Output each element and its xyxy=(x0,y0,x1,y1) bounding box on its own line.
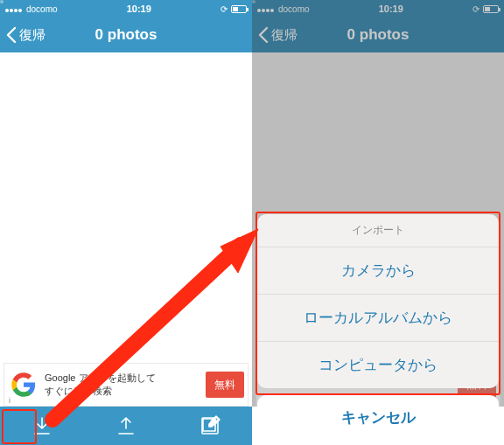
upload-icon xyxy=(116,415,136,436)
chevron-left-icon xyxy=(5,26,18,44)
carrier-label: docomo xyxy=(26,4,58,14)
page-title: 0 photos xyxy=(347,26,410,44)
action-sheet: インポート カメラから ローカルアルバムから コンピュータから キャンセル xyxy=(257,214,499,440)
ad-text: Google アプリを起動して すぐに音声検索 xyxy=(45,372,206,398)
back-label: 復帰 xyxy=(271,27,298,44)
carrier-label: docomo xyxy=(278,4,310,14)
screenshot-left: docomo 10:19 ⟳ 復帰 0 photos Google アプリを起動… xyxy=(0,0,252,445)
status-bar: docomo 10:19 ⟳ xyxy=(252,0,504,17)
photo-grid-empty xyxy=(0,52,252,407)
battery-icon xyxy=(483,5,499,13)
back-button[interactable]: 復帰 xyxy=(257,17,298,52)
ad-cta-button[interactable]: 無料 xyxy=(206,372,244,398)
back-button[interactable]: 復帰 xyxy=(5,17,46,52)
screenshot-right: docomo 10:19 ⟳ 復帰 0 photos 無料 インポート カメラか… xyxy=(252,0,504,445)
sheet-cancel-button[interactable]: キャンセル xyxy=(257,395,499,440)
nav-bar: 復帰 0 photos xyxy=(252,17,504,52)
back-label: 復帰 xyxy=(19,27,46,44)
status-bar: docomo 10:19 ⟳ xyxy=(0,0,252,17)
download-icon xyxy=(32,415,52,436)
bottom-toolbar xyxy=(0,407,252,445)
compose-button[interactable] xyxy=(191,407,229,445)
compose-icon xyxy=(200,415,220,436)
import-button[interactable] xyxy=(23,407,61,445)
battery-icon xyxy=(231,5,247,13)
nav-bar: 復帰 0 photos xyxy=(0,17,252,52)
ad-banner[interactable]: Google アプリを起動して すぐに音声検索 無料 i xyxy=(4,363,248,407)
status-time: 10:19 xyxy=(379,3,403,14)
sheet-option-camera[interactable]: カメラから xyxy=(257,247,499,294)
page-title: 0 photos xyxy=(95,26,158,44)
chevron-left-icon xyxy=(257,26,270,44)
action-sheet-title: インポート xyxy=(257,214,499,247)
action-sheet-group: インポート カメラから ローカルアルバムから コンピュータから xyxy=(257,214,499,388)
sheet-option-local-album[interactable]: ローカルアルバムから xyxy=(257,294,499,341)
status-time: 10:19 xyxy=(127,3,151,14)
export-button[interactable] xyxy=(107,407,145,445)
signal-dots-icon xyxy=(5,4,23,14)
signal-dots-icon xyxy=(257,4,275,14)
rotation-lock-icon: ⟳ xyxy=(472,4,480,14)
sheet-option-computer[interactable]: コンピュータから xyxy=(257,341,499,388)
ad-info-icon[interactable]: i xyxy=(4,395,15,406)
rotation-lock-icon: ⟳ xyxy=(220,4,228,14)
